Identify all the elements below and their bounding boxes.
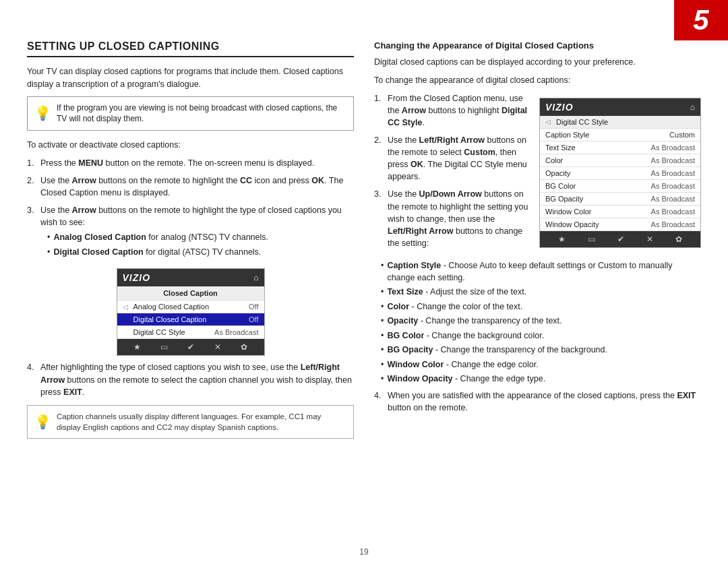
value-window-opacity: As Broadcast <box>651 220 695 228</box>
right-steps-list: 1. From the Closed Caption menu, use the… <box>374 92 531 250</box>
tv-row-digital: Digital Closed Caption Off <box>117 313 264 326</box>
tv-right-arrow: ◁ <box>545 118 556 125</box>
tv-right-row-3: Color As Broadcast <box>540 154 700 167</box>
tv-right-title-row: ◁ Digital CC Style <box>540 116 700 129</box>
bullet-digital: Digital Closed Caption for digital (ATSC… <box>47 247 354 259</box>
bullet-bg-color: BG Color - Change the background color. <box>381 330 701 342</box>
footer-r-x: ✕ <box>646 235 653 244</box>
right-step-3: 3. Use the Up/Down Arrow buttons on the … <box>374 188 531 249</box>
right-heading: Changing the Appearance of Digital Close… <box>374 40 701 51</box>
footer-icon-x: ✕ <box>214 342 221 352</box>
step1-bold: MENU <box>78 158 103 168</box>
home-icon-right: ⌂ <box>690 102 695 112</box>
right-text: 1. From the Closed Caption menu, use the… <box>374 92 531 257</box>
footer-icon-star: ★ <box>133 342 141 352</box>
value-digital-cc: As Broadcast <box>214 328 258 336</box>
step-4: 4. After highlighting the type of closed… <box>27 361 354 398</box>
label-digital-cc: Digital CC Style <box>133 328 215 336</box>
bullet-text-size: Text Size - Adjust the size of the text. <box>381 286 701 299</box>
value-bg-opacity: As Broadcast <box>651 195 695 203</box>
bullet-caption-style: Caption Style - Choose Auto to keep defa… <box>381 260 701 284</box>
label-color: Color <box>545 156 651 164</box>
step3-bold: Arrow <box>72 206 96 215</box>
right-step-1: 1. From the Closed Caption menu, use the… <box>374 92 531 129</box>
note-box-text: Caption channels usually display differe… <box>57 411 346 433</box>
label-caption-style: Caption Style <box>545 131 669 139</box>
tv-right-row-6: BG Opacity As Broadcast <box>540 193 700 206</box>
right-intro1: Digital closed captions can be displayed… <box>374 56 701 69</box>
value-digital: Off <box>249 315 258 323</box>
bullet-analog: Analog Closed Caption for analog (NTSC) … <box>47 232 354 244</box>
vizio-logo-right: VIZIO <box>545 102 574 113</box>
label-bg-opacity: BG Opacity <box>545 195 651 203</box>
content-area: SETTING UP CLOSED CAPTIONING Your TV can… <box>27 40 701 542</box>
note-icon: 💡 <box>34 412 51 431</box>
right-column: Changing the Appearance of Digital Close… <box>374 40 701 542</box>
tv-row-analog: ◁ Analog Closed Caption Off <box>117 301 264 313</box>
value-text-size: As Broadcast <box>651 144 695 152</box>
tv-right-row-5: BG Color As Broadcast <box>540 180 700 193</box>
info-box: 💡 If the program you are viewing is not … <box>27 96 354 131</box>
tv-right-row-2: Text Size As Broadcast <box>540 142 700 154</box>
right-intro2: To change the appearance of digital clos… <box>374 74 701 87</box>
info-box-text: If the program you are viewing is not be… <box>57 102 346 125</box>
step-1: 1. Press the MENU button on the remote. … <box>27 157 354 169</box>
label-window-opacity: Window Opacity <box>545 220 651 228</box>
right-step4-list: 4. When you are satisfied with the appea… <box>374 389 701 414</box>
arrow-cell-1: ◁ <box>123 303 133 311</box>
bullet-window-opacity: Window Opacity - Change the edge type. <box>381 373 701 385</box>
steps-list: 1. Press the MENU button on the remote. … <box>27 157 354 262</box>
value-caption-style: Custom <box>669 131 695 139</box>
label-bg-color: BG Color <box>545 182 651 190</box>
tv-header-right: VIZIO ⌂ <box>540 98 700 116</box>
tv-footer-left: ★ ▭ ✔ ✕ ✿ <box>117 339 264 355</box>
step2-bold3: OK <box>311 176 324 185</box>
footer-icon-rect: ▭ <box>160 342 168 352</box>
label-window-color: Window Color <box>545 208 651 216</box>
right-step3-bullets: Caption Style - Choose Auto to keep defa… <box>374 260 701 385</box>
tv-right-row-7: Window Color As Broadcast <box>540 206 700 218</box>
tv-footer-right: ★ ▭ ✔ ✕ ✿ <box>540 231 700 247</box>
footer-icon-gear: ✿ <box>241 342 247 352</box>
right-step-2: 2. Use the Left/Right Arrow buttons on t… <box>374 134 531 183</box>
label-text-size: Text Size <box>545 144 651 152</box>
tv-right-row-4: Opacity As Broadcast <box>540 167 700 180</box>
tv-mock-right: VIZIO ⌂ ◁ Digital CC Style Caption Style… <box>539 92 701 257</box>
tv-right-container: VIZIO ⌂ ◁ Digital CC Style Caption Style… <box>539 98 701 248</box>
tv-header-left: VIZIO ⌂ <box>117 269 264 286</box>
value-opacity: As Broadcast <box>651 169 695 177</box>
vizio-logo-left: VIZIO <box>123 272 151 283</box>
section-heading: SETTING UP CLOSED CAPTIONING <box>27 40 354 57</box>
value-window-color: As Broadcast <box>651 208 695 216</box>
label-analog: Analog Closed Caption <box>133 303 249 311</box>
bullet-window-color: Window Color - Change the edge color. <box>381 359 701 371</box>
value-analog: Off <box>249 303 258 311</box>
value-color: As Broadcast <box>651 156 695 164</box>
left-column: SETTING UP CLOSED CAPTIONING Your TV can… <box>27 40 354 542</box>
bullet-color: Color - Change the color of the text. <box>381 301 701 313</box>
page-container: 5 SETTING UP CLOSED CAPTIONING Your TV c… <box>0 0 728 562</box>
step2-bold: Arrow <box>72 176 96 185</box>
right-step-4: 4. When you are satisfied with the appea… <box>374 389 701 414</box>
bullet-opacity: Opacity - Change the transparency of the… <box>381 315 701 327</box>
bullet-bg-opacity: BG Opacity - Change the transparency of … <box>381 344 701 356</box>
corner-badge: 5 <box>674 0 728 40</box>
home-icon-left: ⌂ <box>253 273 258 282</box>
page-number: 19 <box>359 547 368 557</box>
footer-r-gear: ✿ <box>675 235 682 244</box>
footer-icon-check: ✔ <box>187 342 194 352</box>
tv-section-title-left: Closed Caption <box>117 286 264 301</box>
step-3: 3. Use the Arrow buttons on the remote t… <box>27 204 354 261</box>
label-opacity: Opacity <box>545 169 651 177</box>
tv-mock-left: VIZIO ⌂ Closed Caption ◁ Analog Closed C… <box>117 268 265 356</box>
page-chapter-number: 5 <box>693 4 708 36</box>
bulb-icon: 💡 <box>34 104 51 123</box>
intro-paragraph: Your TV can display closed captions for … <box>27 65 354 91</box>
step3-bullets: Analog Closed Caption for analog (NTSC) … <box>40 232 354 258</box>
tv-row-digital-cc: Digital CC Style As Broadcast <box>117 326 264 339</box>
note-box: 💡 Caption channels usually display diffe… <box>27 405 354 439</box>
step-2: 2. Use the Arrow buttons on the remote t… <box>27 175 354 199</box>
tv-right-section: Digital CC Style <box>556 118 695 126</box>
footer-r-star: ★ <box>558 235 566 244</box>
step2-bold2: CC <box>240 176 252 185</box>
